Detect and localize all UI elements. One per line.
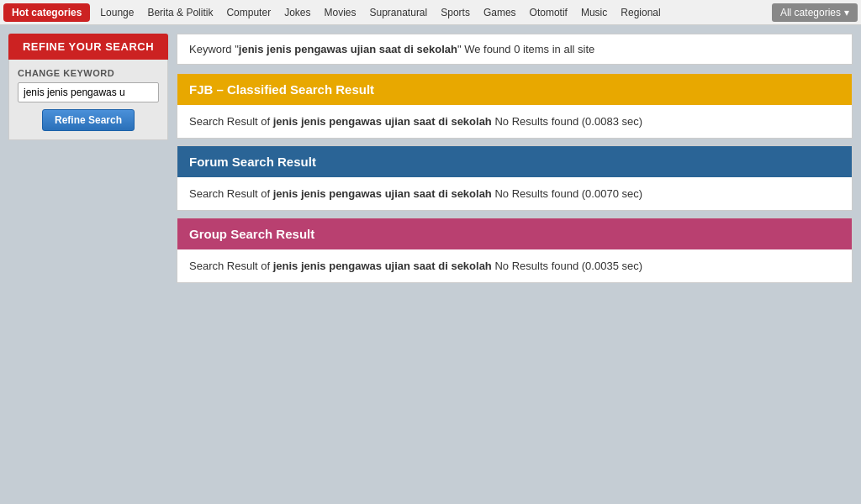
forum-section: Forum Search Result Search Result of jen… (177, 145, 853, 211)
classified-result-suffix: No Results found (0.0083 sec) (492, 115, 642, 128)
group-result-keyword: jenis jenis pengawas ujian saat di sekol… (273, 260, 492, 272)
hot-categories-button[interactable]: Hot categories (3, 3, 90, 22)
all-categories-label: All categories (780, 7, 841, 18)
keyword-bar: Keyword "jenis jenis pengawas ujian saat… (177, 34, 853, 65)
top-navigation: Hot categories Lounge Berita & Politik C… (0, 0, 861, 25)
forum-body: Search Result of jenis jenis pengawas uj… (177, 177, 852, 210)
forum-result-keyword: jenis jenis pengawas ujian saat di sekol… (273, 187, 492, 200)
nav-item-supranatural[interactable]: Supranatural (363, 0, 435, 25)
chevron-down-icon: ▾ (844, 7, 849, 18)
refine-body: CHANGE KEYWORD Refine Search (8, 60, 168, 140)
group-body: Search Result of jenis jenis pengawas uj… (177, 249, 852, 282)
main-wrapper: REFINE YOUR SEARCH CHANGE KEYWORD Refine… (0, 25, 861, 298)
keyword-bar-suffix: " We found (457, 43, 514, 55)
nav-item-movies[interactable]: Movies (317, 0, 362, 25)
group-header: Group Search Result (177, 218, 852, 249)
nav-item-berita[interactable]: Berita & Politik (140, 0, 219, 25)
classified-header: FJB – Classified Search Result (177, 74, 852, 105)
nav-item-lounge[interactable]: Lounge (93, 0, 140, 25)
forum-result-prefix: Search Result of (189, 187, 273, 200)
keyword-bar-prefix: Keyword " (189, 43, 239, 55)
nav-item-sports[interactable]: Sports (434, 0, 477, 25)
group-result-prefix: Search Result of (189, 260, 273, 272)
nav-item-music[interactable]: Music (574, 0, 614, 25)
nav-item-regional[interactable]: Regional (614, 0, 667, 25)
classified-section: FJB – Classified Search Result Search Re… (177, 73, 853, 139)
classified-body: Search Result of jenis jenis pengawas uj… (177, 105, 852, 138)
group-section: Group Search Result Search Result of jen… (177, 218, 853, 283)
nav-item-computer[interactable]: Computer (219, 0, 277, 25)
refine-header: REFINE YOUR SEARCH (8, 34, 168, 60)
change-keyword-label: CHANGE KEYWORD (18, 68, 159, 78)
nav-item-jokes[interactable]: Jokes (277, 0, 317, 25)
forum-result-suffix: No Results found (0.0070 sec) (492, 187, 642, 200)
classified-result-prefix: Search Result of (189, 115, 273, 128)
keyword-input[interactable] (18, 82, 159, 102)
sidebar: REFINE YOUR SEARCH CHANGE KEYWORD Refine… (8, 34, 168, 290)
classified-result-keyword: jenis jenis pengawas ujian saat di sekol… (273, 115, 492, 128)
content-area: Keyword "jenis jenis pengawas ujian saat… (177, 34, 853, 290)
nav-item-games[interactable]: Games (477, 0, 523, 25)
keyword-bar-items-text: items in all site (520, 43, 594, 55)
forum-header: Forum Search Result (177, 146, 852, 177)
refine-search-button[interactable]: Refine Search (42, 109, 135, 131)
group-result-suffix: No Results found (0.0035 sec) (492, 260, 642, 272)
nav-item-otomotif[interactable]: Otomotif (523, 0, 574, 25)
keyword-bar-keyword: jenis jenis pengawas ujian saat di sekol… (239, 43, 457, 55)
all-categories-button[interactable]: All categories ▾ (772, 3, 858, 22)
